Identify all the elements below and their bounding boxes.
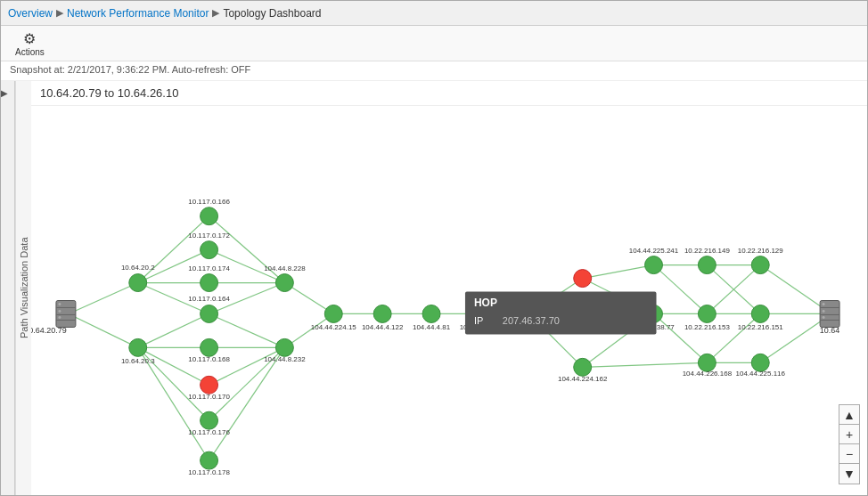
node-n3[interactable] (201, 305, 218, 322)
canvas-area[interactable]: 10.64.20.79 10.64.20.2 10.64.20.3 10.117… (31, 106, 867, 495)
main-content: ▶ Path Visualization Data 10.64.20.79 to… (1, 81, 867, 495)
hop-label: HOP (474, 297, 497, 309)
svg-text:10.117.0.164: 10.117.0.164 (188, 295, 230, 303)
svg-line-8 (138, 347, 209, 385)
side-label: Path Visualization Data (15, 81, 31, 495)
svg-line-41 (707, 313, 760, 362)
svg-text:10.22.216.153: 10.22.216.153 (684, 323, 731, 331)
svg-point-84 (823, 310, 825, 313)
svg-text:10.64.20.79: 10.64.20.79 (31, 326, 67, 335)
node-n5[interactable] (201, 241, 218, 259)
svg-line-19 (209, 313, 285, 347)
node-n19[interactable] (574, 270, 592, 288)
actions-label: Actions (15, 47, 45, 57)
node-n13[interactable] (324, 305, 342, 322)
zoom-out-button[interactable]: − (839, 444, 859, 464)
svg-line-2 (138, 216, 209, 283)
end-node[interactable] (820, 301, 839, 328)
svg-text:10.117.0.170: 10.117.0.170 (188, 393, 230, 401)
svg-text:10.117.0.176: 10.117.0.176 (188, 428, 230, 436)
svg-text:104.44.4.122: 104.44.4.122 (362, 323, 404, 331)
node-n22[interactable] (698, 256, 716, 274)
zoom-controls: ▲ + − ▼ (839, 404, 860, 484)
svg-text:10.117.0.174: 10.117.0.174 (188, 264, 230, 272)
node-n24[interactable] (698, 305, 716, 322)
node-n8[interactable] (201, 376, 218, 394)
svg-line-11 (209, 216, 285, 283)
svg-line-35 (654, 313, 708, 362)
node-n10[interactable] (201, 451, 218, 469)
svg-text:10.64.20.3: 10.64.20.3 (121, 357, 155, 365)
hop-ip-value: 207.46.37.70 (503, 315, 560, 326)
panel-toggle[interactable]: ▶ (1, 81, 15, 495)
node-n14[interactable] (373, 305, 391, 322)
svg-line-0 (69, 283, 138, 314)
svg-text:10.64.20.2: 10.64.20.2 (121, 264, 155, 272)
svg-point-50 (58, 310, 61, 313)
svg-text:104.44.224.15: 104.44.224.15 (311, 323, 357, 331)
svg-line-16 (209, 347, 285, 385)
breadcrumb-overview[interactable]: Overview (8, 7, 53, 20)
node-n15[interactable] (422, 305, 440, 322)
svg-text:10.117.0.178: 10.117.0.178 (188, 468, 230, 476)
node-n6[interactable] (201, 274, 218, 292)
svg-point-51 (58, 316, 61, 319)
node-n21[interactable] (645, 256, 663, 274)
node-n12[interactable] (275, 338, 293, 356)
node-n1[interactable] (129, 274, 147, 292)
snapshot-bar: Snapshot at: 2/21/2017, 9:36:22 PM. Auto… (1, 61, 867, 81)
node-n9[interactable] (201, 411, 218, 429)
node-n4[interactable] (201, 207, 218, 225)
breadcrumb-sep-2: ▶ (212, 7, 219, 19)
node-n11[interactable] (275, 274, 293, 292)
svg-text:104.44.225.116: 104.44.225.116 (736, 370, 786, 378)
node-n26[interactable] (751, 354, 769, 371)
svg-line-33 (654, 265, 708, 314)
svg-text:10.22.216.149: 10.22.216.149 (684, 247, 731, 255)
path-title: 10.64.20.79 to 10.64.26.10 (31, 81, 867, 106)
svg-text:10.117.0.168: 10.117.0.168 (188, 355, 230, 363)
svg-text:104.44.225.241: 104.44.225.241 (629, 247, 679, 255)
svg-text:10.117.0.166: 10.117.0.166 (188, 198, 230, 206)
scroll-down-button[interactable]: ▼ (839, 464, 859, 484)
start-node[interactable] (56, 301, 76, 328)
svg-text:104.44.8.232: 104.44.8.232 (264, 355, 306, 363)
svg-text:104.44.226.168: 104.44.226.168 (683, 370, 733, 378)
topology-panel: 10.64.20.79 to 10.64.26.10 (31, 81, 867, 495)
node-n27[interactable] (751, 305, 769, 322)
svg-text:104.44.224.162: 104.44.224.162 (558, 375, 608, 383)
svg-point-83 (823, 303, 825, 305)
node-n18[interactable] (574, 358, 592, 376)
svg-text:10.22.216.151: 10.22.216.151 (738, 323, 784, 331)
node-n7[interactable] (201, 338, 218, 356)
app-window: Overview ▶ Network Performance Monitor ▶… (0, 0, 868, 496)
breadcrumb-npm[interactable]: Network Performance Monitor (67, 7, 209, 20)
svg-line-1 (69, 313, 138, 347)
zoom-in-button[interactable]: + (839, 425, 859, 444)
actions-button[interactable]: ⚙ Actions (10, 28, 50, 59)
topology-svg: 10.64.20.79 10.64.20.2 10.64.20.3 10.117… (31, 106, 867, 495)
actions-icon: ⚙ (23, 30, 36, 47)
snapshot-text: Snapshot at: 2/21/2017, 9:36:22 PM. Auto… (10, 64, 250, 75)
svg-line-28 (583, 265, 654, 279)
toolbar: ⚙ Actions (1, 26, 867, 61)
svg-text:10.22.216.129: 10.22.216.129 (738, 247, 784, 255)
svg-text:104.44.4.81: 104.44.4.81 (413, 323, 451, 331)
svg-line-31 (583, 362, 708, 367)
svg-point-49 (58, 303, 61, 305)
node-n23[interactable] (751, 256, 769, 274)
svg-point-85 (823, 316, 825, 319)
svg-text:104.44.8.228: 104.44.8.228 (264, 264, 306, 272)
breadcrumb-sep-1: ▶ (56, 7, 63, 19)
node-n2[interactable] (129, 338, 147, 356)
hop-ip-label: IP (474, 315, 483, 326)
scroll-up-button[interactable]: ▲ (839, 405, 859, 425)
svg-text:10.117.0.172: 10.117.0.172 (188, 232, 230, 240)
node-n25[interactable] (698, 354, 716, 371)
svg-text:10.64: 10.64 (820, 326, 839, 335)
breadcrumb-topology: Topology Dashboard (223, 7, 321, 20)
svg-line-6 (138, 313, 209, 347)
breadcrumb: Overview ▶ Network Performance Monitor ▶… (1, 1, 867, 26)
svg-line-18 (209, 347, 285, 460)
